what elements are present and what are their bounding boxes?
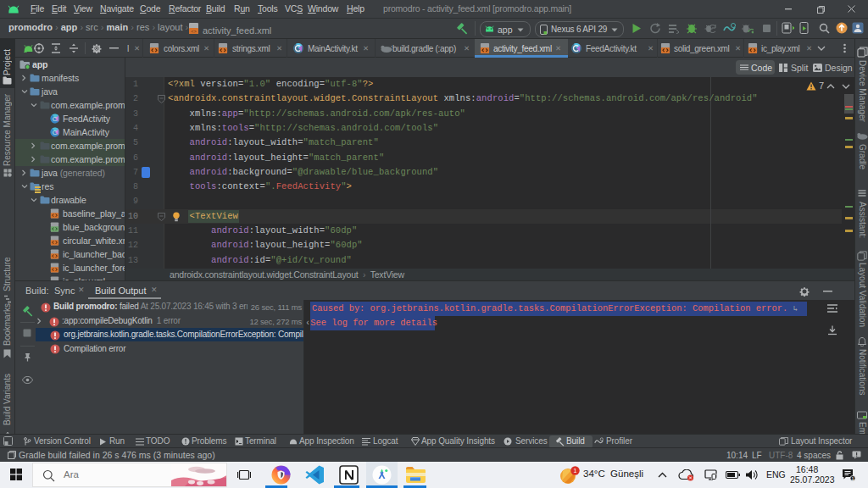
svg-text:C: C xyxy=(53,115,58,123)
svg-text:1: 1 xyxy=(851,476,854,481)
svg-text:1: 1 xyxy=(574,468,577,474)
svg-text:<>: <> xyxy=(191,29,197,35)
svg-text:C: C xyxy=(53,129,58,136)
